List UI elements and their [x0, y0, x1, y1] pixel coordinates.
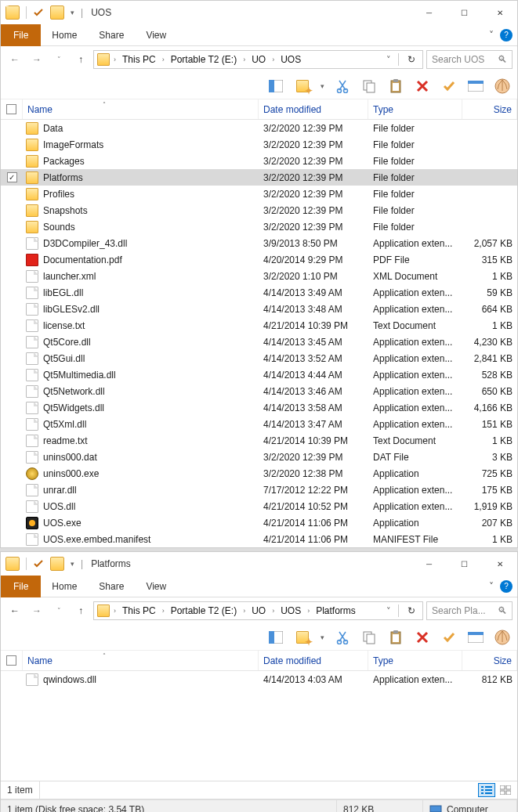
- breadcrumb[interactable]: Portable T2 (E:): [168, 54, 239, 65]
- table-row[interactable]: ✓Platforms3/2/2020 12:39 PMFile folder: [1, 169, 517, 186]
- table-row[interactable]: UOS.exe.embed.manifest4/21/2014 11:06 PM…: [1, 531, 517, 547]
- recent-dropdown-icon[interactable]: ˅: [49, 601, 68, 620]
- help-icon[interactable]: ?: [500, 29, 513, 42]
- table-row[interactable]: Qt5Multimedia.dll4/14/2013 4:44 AMApplic…: [1, 366, 517, 383]
- help-icon[interactable]: ?: [500, 580, 513, 593]
- table-row[interactable]: qwindows.dll4/14/2013 4:03 AMApplication…: [1, 671, 517, 687]
- breadcrumb[interactable]: UO: [249, 54, 268, 65]
- folder-quick-icon[interactable]: [50, 5, 64, 20]
- close-button[interactable]: ✕: [482, 1, 517, 24]
- paste-button[interactable]: [387, 78, 404, 95]
- back-button[interactable]: ←: [5, 50, 24, 69]
- up-button[interactable]: ↑: [71, 50, 90, 69]
- properties-button[interactable]: [467, 78, 484, 95]
- titlebar[interactable]: ▾ | Platforms ─ ☐ ✕: [1, 552, 517, 576]
- table-row[interactable]: Snapshots3/2/2020 12:39 PMFile folder: [1, 202, 517, 218]
- checkmark-icon[interactable]: [33, 7, 44, 18]
- table-row[interactable]: Qt5Widgets.dll4/14/2013 3:58 AMApplicati…: [1, 399, 517, 416]
- new-dropdown-icon[interactable]: ▾: [321, 82, 324, 90]
- breadcrumb[interactable]: UOS: [278, 54, 303, 65]
- table-row[interactable]: UOS.exe4/21/2014 11:06 PMApplication207 …: [1, 514, 517, 531]
- breadcrumb[interactable]: UO: [249, 605, 268, 616]
- address-dropdown-icon[interactable]: ˅: [384, 55, 393, 65]
- table-row[interactable]: license.txt4/21/2014 10:39 PMText Docume…: [1, 317, 517, 334]
- column-size[interactable]: Size: [462, 99, 517, 119]
- share-tab[interactable]: Share: [88, 25, 135, 45]
- table-row[interactable]: unins000.exe3/2/2020 12:38 PMApplication…: [1, 465, 517, 482]
- row-checkbox[interactable]: ✓: [7, 172, 17, 182]
- home-tab[interactable]: Home: [41, 25, 88, 45]
- select-all-checkbox[interactable]: [1, 651, 23, 670]
- chevron-right-icon[interactable]: ›: [111, 56, 118, 63]
- details-view-button[interactable]: [478, 783, 495, 797]
- table-row[interactable]: Profiles3/2/2020 12:39 PMFile folder: [1, 186, 517, 202]
- share-tab[interactable]: Share: [88, 576, 135, 597]
- minimize-button[interactable]: ─: [411, 1, 447, 24]
- view-tab[interactable]: View: [135, 576, 177, 597]
- thumbnails-view-button[interactable]: [497, 783, 514, 797]
- chevron-right-icon[interactable]: ›: [305, 607, 312, 615]
- table-row[interactable]: ImageFormats3/2/2020 12:39 PMFile folder: [1, 136, 517, 153]
- search-input[interactable]: Search UOS 🔍︎: [426, 50, 513, 69]
- breadcrumb[interactable]: Portable T2 (E:): [168, 605, 239, 616]
- table-row[interactable]: readme.txt4/21/2014 10:39 PMText Documen…: [1, 432, 517, 449]
- table-row[interactable]: UOS.dll4/21/2014 10:52 PMApplication ext…: [1, 498, 517, 514]
- check-button[interactable]: [440, 78, 458, 95]
- pane-button[interactable]: [267, 78, 284, 95]
- file-list[interactable]: Data3/2/2020 12:39 PMFile folderImageFor…: [1, 120, 517, 547]
- forward-button[interactable]: →: [27, 50, 46, 69]
- chevron-right-icon[interactable]: ›: [111, 607, 118, 615]
- maximize-button[interactable]: ☐: [447, 552, 482, 576]
- file-tab[interactable]: File: [1, 24, 41, 46]
- chevron-right-icon[interactable]: ›: [241, 607, 248, 615]
- app-icon[interactable]: [5, 557, 20, 571]
- check-button[interactable]: [440, 629, 458, 646]
- table-row[interactable]: Sounds3/2/2020 12:39 PMFile folder: [1, 218, 517, 235]
- cut-button[interactable]: [334, 629, 351, 646]
- cut-button[interactable]: [334, 78, 351, 95]
- breadcrumb[interactable]: UOS: [278, 605, 303, 616]
- breadcrumb[interactable]: This PC: [120, 605, 158, 616]
- address-bar[interactable]: › This PC › Portable T2 (E:) › UO › UOS …: [93, 601, 423, 620]
- table-row[interactable]: launcher.xml3/2/2020 1:10 PMXML Document…: [1, 268, 517, 284]
- address-dropdown-icon[interactable]: ˅: [384, 606, 393, 616]
- table-row[interactable]: Qt5Core.dll4/14/2013 3:45 AMApplication …: [1, 334, 517, 350]
- chevron-right-icon[interactable]: ›: [270, 607, 277, 615]
- table-row[interactable]: unins000.dat3/2/2020 12:39 PMDAT File3 K…: [1, 449, 517, 465]
- pane-button[interactable]: [267, 629, 284, 646]
- expand-ribbon-icon[interactable]: ˅: [483, 581, 500, 592]
- copy-button[interactable]: [360, 629, 378, 646]
- column-type[interactable]: Type: [368, 651, 462, 670]
- shell-icon[interactable]: [494, 78, 511, 95]
- chevron-right-icon[interactable]: ›: [160, 607, 167, 615]
- paste-button[interactable]: [387, 629, 404, 646]
- properties-button[interactable]: [467, 629, 484, 646]
- close-button[interactable]: ✕: [482, 552, 517, 576]
- checkmark-icon[interactable]: [33, 558, 44, 569]
- view-tab[interactable]: View: [135, 25, 177, 45]
- table-row[interactable]: libGLESv2.dll4/14/2013 3:48 AMApplicatio…: [1, 301, 517, 317]
- table-row[interactable]: Qt5Gui.dll4/14/2013 3:52 AMApplication e…: [1, 350, 517, 366]
- new-folder-button[interactable]: ✦: [294, 629, 311, 646]
- search-input[interactable]: Search Pla... 🔍︎: [426, 601, 513, 620]
- recent-dropdown-icon[interactable]: ˅: [49, 50, 68, 69]
- file-tab[interactable]: File: [1, 576, 41, 597]
- delete-button[interactable]: [414, 629, 431, 646]
- table-row[interactable]: D3DCompiler_43.dll3/9/2013 8:50 PMApplic…: [1, 235, 517, 251]
- forward-button[interactable]: →: [27, 601, 46, 620]
- refresh-button[interactable]: ↻: [404, 605, 419, 616]
- address-bar[interactable]: › This PC › Portable T2 (E:) › UO › UOS …: [93, 50, 423, 69]
- titlebar[interactable]: ▾ | UOS ─ ☐ ✕: [1, 1, 517, 24]
- table-row[interactable]: Qt5Xml.dll4/14/2013 3:47 AMApplication e…: [1, 416, 517, 432]
- folder-quick-icon[interactable]: [50, 557, 64, 571]
- breadcrumb[interactable]: Platforms: [313, 605, 358, 616]
- expand-ribbon-icon[interactable]: ˅: [483, 30, 500, 41]
- new-dropdown-icon[interactable]: ▾: [321, 633, 324, 641]
- column-name[interactable]: Name: [23, 651, 259, 670]
- column-date[interactable]: Date modified: [259, 99, 368, 119]
- minimize-button[interactable]: ─: [411, 552, 447, 576]
- up-button[interactable]: ↑: [71, 601, 90, 620]
- column-name[interactable]: Name: [23, 99, 259, 119]
- table-row[interactable]: unrar.dll7/17/2012 12:22 PMApplication e…: [1, 482, 517, 498]
- column-date[interactable]: Date modified: [259, 651, 368, 670]
